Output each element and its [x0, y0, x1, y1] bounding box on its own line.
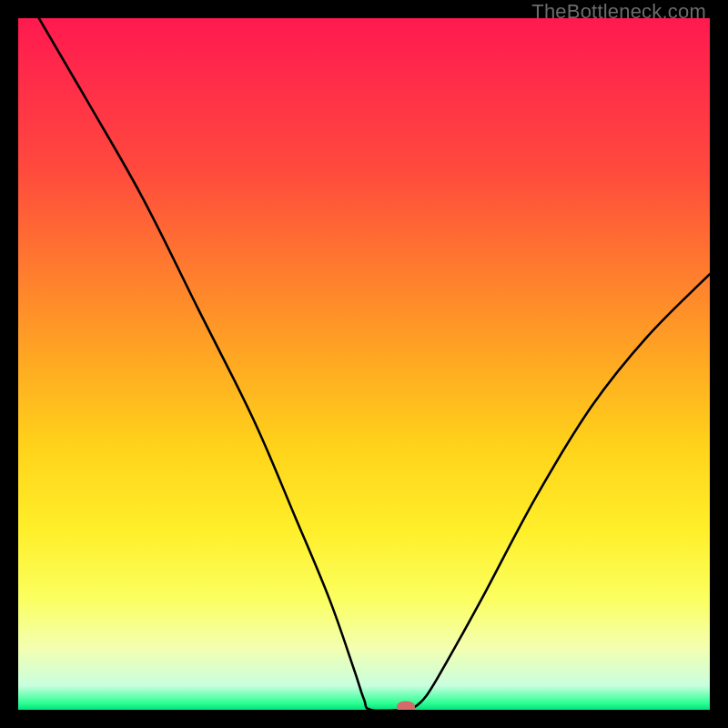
chart-frame: TheBottleneck.com	[0, 0, 728, 728]
min-point-marker	[397, 702, 415, 711]
watermark-text: TheBottleneck.com	[531, 0, 706, 24]
bottleneck-curve	[18, 18, 710, 710]
plot-area	[18, 18, 710, 710]
